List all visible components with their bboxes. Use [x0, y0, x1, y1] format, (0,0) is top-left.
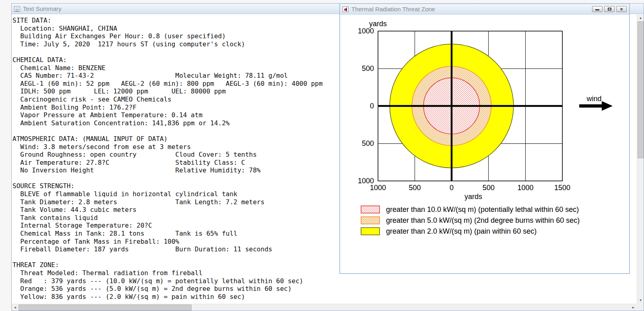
legend-item-yellow: greater than 2.0 kW/(sq m) (pain within … [361, 227, 537, 235]
threat-zone-titlebar[interactable]: Thermal Radiation Threat Zone × [340, 4, 629, 15]
scroll-left-icon: ◄ [14, 306, 17, 309]
horizontal-scroll-thumb[interactable] [19, 305, 192, 311]
scrollbar-corner [637, 304, 644, 311]
scroll-up-button[interactable]: ▲ [637, 15, 644, 21]
orange-zone-swatch [361, 217, 380, 224]
aloha-workspace: Text Summary SITE DATA: Location: SHANGH… [0, 0, 644, 311]
threat-legend: greater than 10.0 kW/(sq m) (potentially… [361, 205, 580, 235]
threat-zone-window: Thermal Radiation Threat Zone × [339, 3, 630, 274]
maximize-button[interactable] [604, 6, 615, 12]
threat-zone-title: Thermal Radiation Threat Zone [351, 6, 435, 12]
maximize-icon [608, 8, 611, 10]
vertical-scrollbar[interactable]: ▲ ▼ [637, 15, 644, 304]
y-axis-title: yards [369, 20, 387, 28]
x-tick: 1000 [370, 184, 386, 192]
x-tick: 500 [409, 184, 421, 192]
window-controls: × [592, 6, 627, 12]
close-icon: × [620, 6, 623, 12]
x-axis-title: yards [464, 193, 482, 201]
y-tick: 500 [362, 139, 374, 147]
yellow-zone-swatch [361, 228, 380, 235]
scroll-down-icon: ▼ [639, 299, 642, 302]
x-tick: 1500 [554, 184, 570, 192]
legend-label: greater than 2.0 kW/(sq m) (pain within … [386, 227, 537, 235]
y-tick: 0 [370, 102, 374, 110]
y-tick: 1000 [358, 27, 374, 35]
x-tick: 1000 [517, 184, 533, 192]
threat-zone-icon [343, 6, 349, 12]
scroll-up-icon: ▲ [639, 17, 642, 20]
vertical-scroll-thumb[interactable] [638, 21, 644, 158]
x-tick-labels: 1000 500 0 500 1000 1500 [370, 184, 570, 192]
legend-item-orange: greater than 5.0 kW/(sq m) (2nd degree b… [361, 216, 580, 224]
legend-label: greater than 5.0 kW/(sq m) (2nd degree b… [386, 216, 580, 224]
close-button[interactable]: × [616, 6, 627, 12]
y-tick: 500 [362, 64, 374, 73]
horizontal-scrollbar[interactable]: ◄ ► [12, 304, 637, 311]
wind-label: wind [586, 95, 601, 103]
red-zone-swatch [361, 206, 380, 213]
text-summary-title: Text Summary [23, 5, 62, 12]
x-tick: 0 [450, 184, 454, 192]
threat-zone-plot: yards [340, 15, 629, 273]
text-summary-icon [14, 6, 20, 12]
scroll-right-icon: ► [632, 306, 635, 309]
minimize-icon [595, 9, 599, 10]
legend-label: greater than 10.0 kW/(sq m) (potentially… [386, 205, 579, 214]
scroll-left-button[interactable]: ◄ [12, 304, 19, 311]
scroll-right-button[interactable]: ► [630, 304, 637, 311]
scroll-down-button[interactable]: ▼ [637, 297, 644, 304]
legend-item-red: greater than 10.0 kW/(sq m) (potentially… [361, 205, 579, 214]
x-tick: 500 [483, 184, 495, 192]
y-tick-labels: 1000 500 0 500 1000 [358, 27, 374, 185]
minimize-button[interactable] [592, 6, 603, 12]
